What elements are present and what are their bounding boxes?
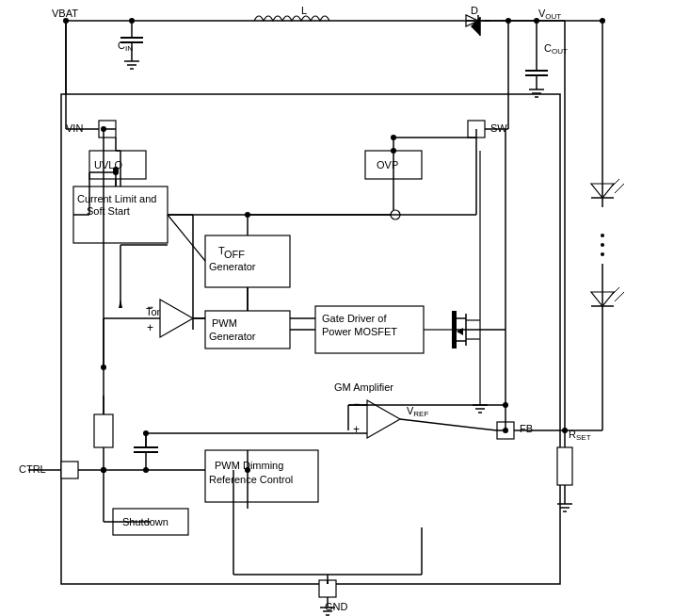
svg-marker-120 <box>160 300 193 337</box>
vout-label: VOUT <box>538 8 561 21</box>
svg-rect-43 <box>205 311 290 349</box>
svg-rect-94 <box>61 462 78 478</box>
d-label: D <box>471 5 478 16</box>
soft-start-label: Soft Start <box>87 205 130 217</box>
svg-point-38 <box>506 18 511 24</box>
cout-label: COUT <box>544 42 568 56</box>
pwm-gen-label: PWM <box>212 317 237 329</box>
gm-minus: − <box>353 397 360 411</box>
svg-rect-46 <box>452 311 457 349</box>
svg-marker-61 <box>367 400 400 438</box>
pwm-gen2-label: Generator <box>209 331 256 342</box>
toff-sub-label: OFF <box>224 249 245 260</box>
svg-marker-52 <box>457 328 463 335</box>
circuit-diagram: VBAT L D VOUT COUT CIN VIN SW <box>0 0 674 616</box>
svg-point-134 <box>143 467 149 473</box>
pwm-plus: + <box>147 321 153 334</box>
svg-point-80 <box>601 234 604 237</box>
svg-line-116 <box>400 419 497 430</box>
svg-point-82 <box>601 252 604 256</box>
svg-marker-152 <box>119 300 122 308</box>
gm-amp-label: GM Amplifier <box>334 381 393 393</box>
svg-line-79 <box>615 184 624 193</box>
fb-label: FB <box>520 423 533 434</box>
svg-line-113 <box>168 215 205 261</box>
pwm-minus: − <box>147 300 153 314</box>
svg-line-162 <box>168 235 205 261</box>
l-label: L <box>301 5 307 16</box>
svg-rect-124 <box>94 414 113 447</box>
vbat-label: VBAT <box>52 8 78 19</box>
power-mosfet-label: Power MOSFET <box>322 326 397 337</box>
gate-driver-label: Gate Driver of <box>322 313 387 324</box>
svg-point-81 <box>601 243 604 247</box>
toff-gen-label: Generator <box>209 261 256 272</box>
ctrl-label: CTRL <box>19 463 46 475</box>
svg-line-87 <box>615 292 624 301</box>
dim-ref-label: Reference Control <box>209 474 293 485</box>
gm-plus: + <box>353 423 360 436</box>
ovp-label: OVP <box>377 159 398 170</box>
vin-label: VIN <box>66 122 83 134</box>
vref-label: VREF <box>407 405 428 418</box>
svg-rect-70 <box>557 447 572 485</box>
svg-line-163 <box>168 226 205 261</box>
